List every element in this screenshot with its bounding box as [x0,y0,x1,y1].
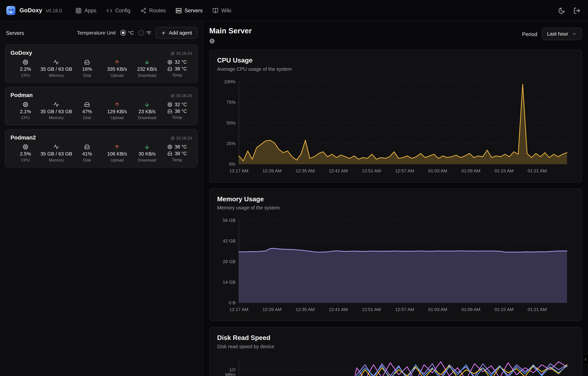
godoxy-logo[interactable] [6,6,16,15]
period-dropdown[interactable]: Last hour [542,28,582,40]
cpu-label: CPU [21,115,30,120]
disk-read-speed-chart: 1/2MB/s12:17 AM12:26 AM12:35 AM12:41 AM1… [217,356,574,376]
servers-panel: Servers Temperature Unit °C °F Add agent [0,21,203,376]
period-value: Last hour [547,31,568,37]
theme-toggle-button[interactable] [558,7,565,14]
temp-stat: 32 °C 38 °C Temp [162,102,192,120]
memory-label: Memory [49,115,64,120]
cpu-stat: 2.1% CPU [11,102,41,120]
svg-text:01:03 AM: 01:03 AM [428,168,447,173]
temp-label: Temp [172,157,182,162]
arrow-down-icon [144,102,150,108]
upload-stat: 106 KB/s Upload [102,144,132,162]
hard-drive-icon [167,151,172,156]
download-stat: 232 KB/s Download [132,59,162,77]
chart-subtitle: Average CPU usage of the system [217,66,574,72]
moon-icon [558,7,565,14]
disk-stat: 47% Disk [72,102,102,120]
disk-temp-value: 38 °C [175,151,187,156]
radio-selected-icon [120,30,126,36]
upload-value: 129 KB/s [107,109,127,114]
disk-label: Disk [83,115,91,120]
server-card[interactable]: Podman2 @ 16:16:24 2.5% CPU 35 GB / 63 G… [5,129,198,167]
arrow-up-icon [114,59,120,65]
download-stat: 23 KB/s Download [132,102,162,120]
server-card[interactable]: GoDoxy @ 16:16:24 2.2% CPU 35 GB / 63 GB… [5,45,198,83]
memory-stat: 35 GB / 63 GB Memory [41,59,72,77]
svg-text:50%: 50% [226,120,235,125]
radio-unselected-icon [138,30,144,36]
servers-icon [175,7,182,14]
disk-label: Disk [83,73,91,78]
memory-usage-chart: 56 GB42 GB28 GB14 GB0 B12:17 AM12:26 AM1… [217,217,574,315]
download-label: Download [138,115,156,120]
activity-icon [53,144,59,150]
svg-text:01:03 AM: 01:03 AM [428,307,447,312]
svg-text:0%: 0% [229,162,235,167]
svg-text:01:21 AM: 01:21 AM [528,307,547,312]
nav-item-routes[interactable]: Routes [140,7,166,14]
upload-label: Upload [111,115,124,120]
chevron-left-icon [583,357,588,361]
cpu-usage-chart: 100%75%50%25%0%12:17 AM12:26 AM12:35 AM1… [217,79,574,177]
server-card[interactable]: Podman @ 16:16:24 2.1% CPU 35 GB / 63 GB… [5,87,198,125]
svg-text:12:51 AM: 12:51 AM [362,168,381,173]
grid-icon [75,7,82,14]
cpu-icon [22,102,29,108]
temperature-unit-label: Temperature Unit [77,30,116,36]
svg-text:01:21 AM: 01:21 AM [528,168,547,173]
download-label: Download [138,73,156,78]
nav-item-wiki[interactable]: Wiki [213,7,231,14]
arrow-down-icon [144,144,150,150]
svg-text:01:15 AM: 01:15 AM [495,168,514,173]
nav-item-apps[interactable]: Apps [75,7,96,14]
main-content: Main Server Period Last hour CPU Usage A… [203,21,588,376]
hard-drive-icon [167,66,172,72]
svg-text:12:35 AM: 12:35 AM [296,168,315,173]
disk-label: Disk [83,158,91,162]
add-agent-label: Add agent [169,30,192,36]
main-nav: Apps Config Routes Servers Wiki [75,7,231,14]
download-label: Download [138,158,156,162]
top-navbar: GoDoxy v0.18.0 Apps Config Routes Server [0,0,588,21]
cpu-stat: 2.2% CPU [11,59,41,77]
memory-value: 35 GB / 63 GB [41,151,72,157]
disk-value: 47% [82,109,92,114]
server-name: Podman2 [11,134,36,140]
svg-text:01:09 AM: 01:09 AM [461,307,481,312]
svg-text:01:09 AM: 01:09 AM [461,168,481,173]
logout-button[interactable] [573,7,580,14]
nav-item-label: Config [115,7,130,13]
add-agent-button[interactable]: Add agent [156,27,197,39]
nav-item-servers[interactable]: Servers [175,7,203,14]
fahrenheit-radio[interactable]: °F [138,30,151,36]
hard-drive-icon [167,108,172,114]
temp-label: Temp [172,73,182,77]
globe-icon[interactable] [209,38,215,44]
cpu-value: 2.1% [20,109,31,114]
server-list: GoDoxy @ 16:16:24 2.2% CPU 35 GB / 63 GB… [0,42,203,170]
nav-item-label: Servers [185,7,203,13]
svg-text:12:57 AM: 12:57 AM [395,168,414,173]
collapse-panel-toggle[interactable] [583,354,588,365]
server-name: Podman [11,92,33,98]
upload-label: Upload [111,73,124,78]
app-version: v0.18.0 [46,8,62,13]
cpu-icon [22,59,29,65]
nav-item-config[interactable]: Config [106,7,130,14]
svg-text:12:17 AM: 12:17 AM [229,307,248,312]
chart-subtitle: Disk read speed by device [217,344,574,349]
svg-text:25%: 25% [226,141,235,146]
brand-name: GoDoxy [20,7,42,14]
cpu-stat: 2.5% CPU [11,144,41,162]
svg-text:56 GB: 56 GB [223,218,235,223]
download-value: 30 KB/s [139,151,156,157]
server-timestamp: @ 16:16:24 [171,136,192,140]
routes-icon [140,7,147,14]
celsius-radio[interactable]: °C [120,30,134,36]
svg-text:100%: 100% [224,79,235,84]
hard-drive-icon [84,144,90,150]
upload-value: 106 KB/s [107,151,127,157]
period-label: Period [522,31,537,37]
memory-value: 35 GB / 63 GB [41,109,72,114]
